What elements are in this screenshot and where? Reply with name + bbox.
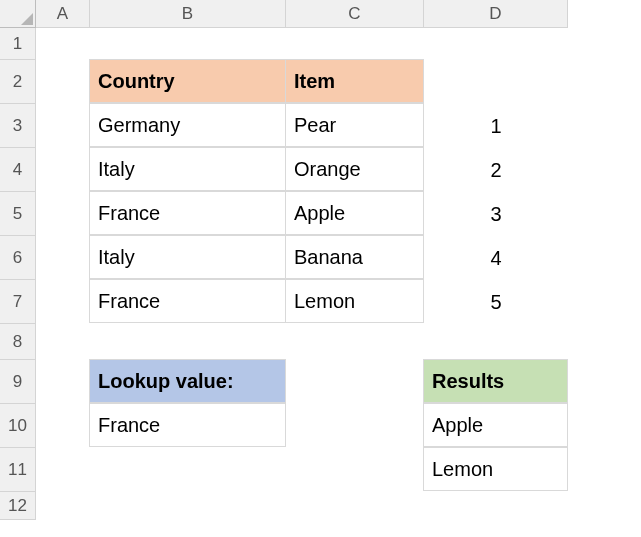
row-header-11[interactable]: 11: [0, 448, 36, 492]
cell-country[interactable]: France: [89, 279, 286, 323]
row-header-9[interactable]: 9: [0, 360, 36, 404]
col-header-d[interactable]: D: [424, 0, 568, 28]
results-value[interactable]: Lemon: [423, 447, 568, 491]
col-header-a[interactable]: A: [36, 0, 90, 28]
select-all-corner[interactable]: [0, 0, 36, 28]
cell-item[interactable]: Apple: [285, 191, 424, 235]
col-header-b[interactable]: B: [90, 0, 286, 28]
row-header-5[interactable]: 5: [0, 192, 36, 236]
table-header-country[interactable]: Country: [89, 59, 286, 103]
cell-item[interactable]: Banana: [285, 235, 424, 279]
row-header-6[interactable]: 6: [0, 236, 36, 280]
row-header-10[interactable]: 10: [0, 404, 36, 448]
cell-index[interactable]: 5: [424, 280, 568, 324]
cell-country[interactable]: France: [89, 191, 286, 235]
row-header-8[interactable]: 8: [0, 324, 36, 360]
cell-country[interactable]: Germany: [89, 103, 286, 147]
lookup-value[interactable]: France: [89, 403, 286, 447]
row-header-3[interactable]: 3: [0, 104, 36, 148]
cell-index[interactable]: 4: [424, 236, 568, 280]
row-header-1[interactable]: 1: [0, 28, 36, 60]
row-header-2[interactable]: 2: [0, 60, 36, 104]
cell-item[interactable]: Pear: [285, 103, 424, 147]
cell-index[interactable]: 1: [424, 104, 568, 148]
cell-item[interactable]: Lemon: [285, 279, 424, 323]
row-header-7[interactable]: 7: [0, 280, 36, 324]
results-value[interactable]: Apple: [423, 403, 568, 447]
row-header-4[interactable]: 4: [0, 148, 36, 192]
cell-index[interactable]: 2: [424, 148, 568, 192]
table-header-item[interactable]: Item: [285, 59, 424, 103]
cell-country[interactable]: Italy: [89, 235, 286, 279]
spreadsheet-grid[interactable]: A B C D 1 2 3 4 5 6 7 8 9 10 11 12 Count…: [0, 0, 641, 520]
cell-item[interactable]: Orange: [285, 147, 424, 191]
col-header-c[interactable]: C: [286, 0, 424, 28]
cell-index[interactable]: 3: [424, 192, 568, 236]
row-header-12[interactable]: 12: [0, 492, 36, 520]
lookup-label[interactable]: Lookup value:: [89, 359, 286, 403]
cell-country[interactable]: Italy: [89, 147, 286, 191]
results-label[interactable]: Results: [423, 359, 568, 403]
